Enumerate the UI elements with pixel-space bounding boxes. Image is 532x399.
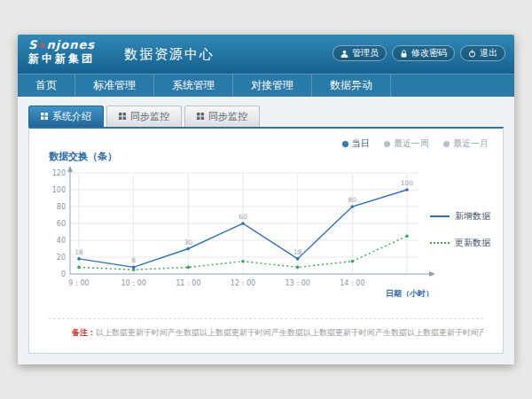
grid-icon (41, 111, 48, 122)
svg-text:9：00: 9：00 (68, 279, 89, 287)
grid-icon (197, 111, 204, 122)
grid-icon (119, 111, 126, 122)
nav-item-integration-mgmt[interactable]: 对接管理 (233, 74, 312, 97)
change-password-button[interactable]: 修改密码 (392, 45, 455, 61)
nav-item-system-mgmt[interactable]: 系统管理 (154, 74, 233, 97)
svg-text:10：00: 10：00 (121, 279, 145, 287)
dot-icon (443, 141, 450, 147)
header: S✳njones 新中新集团 数据资源中心 管理员 修改密码 退出 (18, 35, 514, 74)
footnote-text: 以上数据更新于时间产生数据以上数据更新于时间产生数据以上数据更新于时间产生数据以… (96, 328, 483, 337)
svg-text:60: 60 (57, 220, 66, 228)
svg-text:100: 100 (52, 186, 66, 194)
filter-item[interactable]: 最近一月 (443, 137, 489, 150)
legend-item-new-data: 新增数据 (430, 210, 490, 223)
svg-text:18: 18 (293, 248, 302, 256)
user-icon (340, 50, 348, 58)
svg-text:11：00: 11：00 (176, 279, 200, 287)
svg-text:60: 60 (239, 213, 247, 221)
app-window: S✳njones 新中新集团 数据资源中心 管理员 修改密码 退出 首页 标准管… (18, 35, 514, 364)
logo-wordmark: S✳njones (28, 39, 95, 52)
svg-text:8: 8 (131, 256, 136, 264)
tab-bar: 系统介绍 同步监控 同步监控 (28, 106, 504, 127)
tab-sync-monitor-1[interactable]: 同步监控 (106, 106, 182, 127)
lock-icon (400, 50, 408, 58)
svg-text:14：00: 14：00 (340, 279, 364, 287)
footnote: 备注：以上数据更新于时间产生数据以上数据更新于时间产生数据以上数据更新于时间产生… (49, 318, 483, 339)
svg-text:12：00: 12：00 (231, 279, 255, 287)
svg-text:13：00: 13：00 (285, 279, 309, 287)
line-chart: 0204060801001209：0010：0011：0012：0013：001… (38, 164, 437, 297)
dot-icon (342, 141, 348, 147)
line-sample-icon (430, 215, 450, 217)
content-area: 系统介绍 同步监控 同步监控 当日 最近一周 (18, 97, 514, 364)
svg-text:80: 80 (348, 196, 357, 204)
svg-text:120: 120 (52, 169, 66, 177)
page-title: 数据资源中心 (124, 46, 215, 63)
svg-text:20: 20 (57, 254, 66, 262)
svg-text:40: 40 (57, 237, 66, 245)
y-axis-title: 数据交换（条） (49, 150, 117, 163)
nav-item-standard-mgmt[interactable]: 标准管理 (75, 74, 154, 97)
logo: S✳njones 新中新集团 (28, 39, 95, 66)
footnote-label: 备注： (72, 328, 96, 337)
admin-user-button[interactable]: 管理员 (332, 45, 387, 61)
filter-item[interactable]: 当日 (342, 137, 370, 150)
main-nav: 首页 标准管理 系统管理 对接管理 数据异动 (18, 74, 514, 97)
tab-sync-monitor-2[interactable]: 同步监控 (184, 106, 260, 127)
logo-company-name: 新中新集团 (28, 52, 95, 66)
svg-text:100: 100 (401, 179, 414, 187)
dot-icon (384, 141, 390, 147)
header-actions: 管理员 修改密码 退出 (332, 45, 505, 61)
filter-item[interactable]: 最近一周 (384, 137, 429, 150)
series-legend: 新增数据 更新数据 (430, 210, 490, 249)
time-filter-group: 当日 最近一周 最近一月 (342, 137, 489, 150)
power-icon (468, 50, 476, 58)
legend-item-updated-data: 更新数据 (430, 237, 490, 249)
logout-button[interactable]: 退出 (460, 45, 505, 61)
svg-text:18: 18 (74, 248, 83, 256)
svg-text:80: 80 (57, 203, 66, 211)
svg-text:0: 0 (61, 270, 66, 278)
svg-text:30: 30 (184, 239, 193, 246)
tab-system-intro[interactable]: 系统介绍 (28, 106, 104, 127)
logo-star-icon: ✳ (37, 40, 46, 51)
chart-panel: 当日 最近一周 最近一月 数据交换（条） 0204060801001209：00… (28, 127, 504, 354)
line-sample-icon (430, 242, 450, 244)
nav-item-home[interactable]: 首页 (18, 74, 75, 97)
svg-text:日期（小时）: 日期（小时） (386, 289, 434, 297)
nav-item-data-change[interactable]: 数据异动 (312, 74, 391, 97)
